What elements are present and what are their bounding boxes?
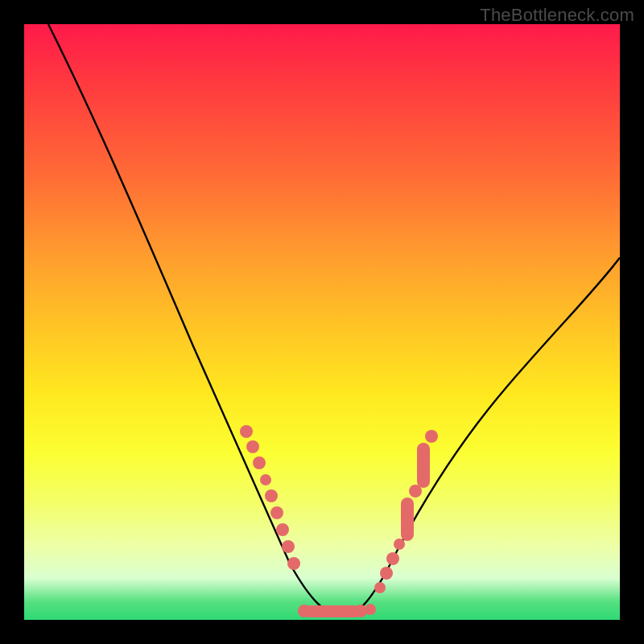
- svg-point-12: [365, 604, 376, 615]
- svg-point-10: [298, 605, 311, 617]
- svg-point-20: [425, 430, 438, 443]
- chart-frame: TheBottleneck.com: [0, 0, 644, 644]
- plot-area: [24, 24, 620, 620]
- marker-cluster-right: [374, 430, 438, 593]
- watermark-text: TheBottleneck.com: [480, 5, 634, 26]
- svg-point-15: [386, 552, 399, 565]
- svg-point-4: [265, 489, 278, 502]
- svg-point-16: [394, 539, 405, 550]
- svg-point-0: [240, 425, 253, 438]
- svg-point-3: [260, 474, 271, 485]
- svg-point-5: [270, 506, 283, 519]
- svg-point-8: [287, 557, 300, 570]
- bottleneck-curve: [48, 24, 620, 616]
- svg-rect-17: [401, 497, 414, 541]
- marker-cluster-left: [240, 425, 300, 570]
- marker-bar-bottom: [298, 604, 376, 617]
- svg-rect-19: [417, 443, 430, 488]
- svg-point-14: [380, 567, 393, 580]
- svg-point-7: [282, 540, 295, 553]
- svg-rect-9: [304, 605, 361, 617]
- svg-point-6: [276, 523, 289, 536]
- svg-point-13: [374, 582, 386, 593]
- chart-overlay: [24, 24, 620, 620]
- svg-point-2: [253, 456, 266, 469]
- svg-point-1: [246, 440, 259, 453]
